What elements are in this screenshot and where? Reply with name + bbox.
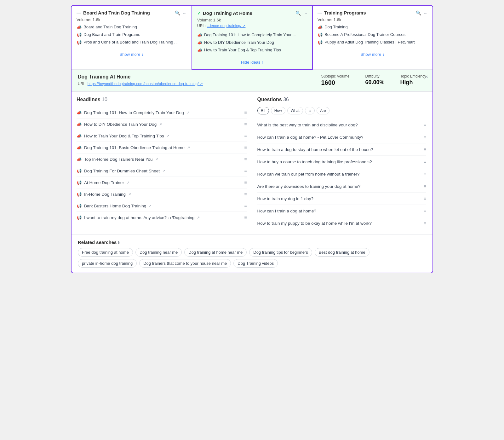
ext-link-h-1[interactable]: ↗ — [159, 122, 162, 126]
card-item-text-3-2: Puppy and Adult Dog Training Classes | P… — [324, 40, 415, 44]
question-item-6: How to train my dog in 1 day? ≡ — [257, 193, 427, 205]
menu-icon-h-9[interactable]: ≡ — [244, 215, 247, 220]
filter-is[interactable]: Is — [305, 107, 315, 114]
card-item-2-2: 📣 How to Train Your Dog & Top Training T… — [197, 46, 307, 54]
search-icon-3[interactable]: 🔍 — [416, 10, 421, 15]
megaphone-h-9: 📢 — [77, 215, 82, 220]
headline-text-9: I want to train my dog at home. Any advi… — [84, 215, 194, 220]
headline-left-1: 📣 How to DIY Obedience Train Your Dog ↗ — [77, 122, 162, 127]
more-icon-3[interactable]: ··· — [424, 10, 427, 15]
more-icon-1[interactable]: ··· — [183, 10, 186, 15]
tag-3[interactable]: Dog training tips for beginners — [249, 248, 312, 257]
ext-link-h-3[interactable]: ↗ — [187, 146, 190, 150]
card-title-3: — Training Programs — [318, 10, 366, 15]
headline-text-4: Top In-Home Dog Trainers Near You — [84, 157, 153, 162]
stat-efficiency-label: Topic Efficiency — [400, 74, 426, 78]
megaphone-h-2: 📣 — [77, 134, 82, 138]
menu-icon-h-0[interactable]: ≡ — [244, 110, 247, 115]
menu-icon-q-5[interactable]: ≡ — [424, 184, 426, 189]
menu-icon-q-0[interactable]: ≡ — [424, 122, 426, 127]
headline-left-5: 📢 Dog Training For Dummies Cheat Sheet ↗ — [77, 169, 165, 173]
search-icon-1[interactable]: 🔍 — [175, 10, 180, 15]
tag-0[interactable]: Free dog training at home — [78, 248, 133, 257]
dash-icon-3: — — [318, 10, 322, 15]
megaphone-h-3: 📣 — [77, 145, 82, 150]
menu-icon-q-2[interactable]: ≡ — [424, 147, 426, 152]
card-footer-link-3[interactable]: Show more ↓ — [361, 52, 385, 57]
card-item-text-1-1: Dog Board and Train Programs — [83, 32, 140, 37]
card-title-1: — Board And Train Dog Training — [77, 10, 150, 15]
more-icon-2[interactable]: ··· — [303, 11, 307, 16]
filter-all[interactable]: All — [257, 107, 269, 114]
menu-icon-q-6[interactable]: ≡ — [424, 196, 426, 201]
menu-icon-h-4[interactable]: ≡ — [244, 157, 247, 162]
menu-icon-q-1[interactable]: ≡ — [424, 135, 426, 140]
menu-icon-h-1[interactable]: ≡ — [244, 122, 247, 127]
card-item-1-1: 📢 Dog Board and Train Programs — [77, 31, 186, 38]
ext-link-h-7[interactable]: ↗ — [128, 192, 131, 196]
ext-link-h-9[interactable]: ↗ — [197, 216, 200, 220]
card-footer-2[interactable]: Hide ideas ↑ — [197, 57, 307, 65]
headlines-title: Headlines 10 — [77, 97, 247, 102]
tag-6[interactable]: Dog trainers that come to your house nea… — [139, 259, 231, 268]
tag-1[interactable]: Dog training near me — [135, 248, 182, 257]
ext-link-h-6[interactable]: ↗ — [127, 181, 129, 185]
megaphone-h-7: 📢 — [77, 192, 82, 197]
questions-scroll[interactable]: What is the best way to train and discip… — [257, 119, 428, 229]
card-header-1: — Board And Train Dog Training 🔍 ··· — [77, 10, 186, 15]
card-footer-link-2[interactable]: Hide ideas ↑ — [241, 60, 264, 65]
menu-icon-h-6[interactable]: ≡ — [244, 180, 247, 185]
filter-what[interactable]: What — [287, 107, 303, 114]
tag-7[interactable]: Dog Training videos — [233, 259, 278, 268]
card-footer-1[interactable]: Show more ↓ — [77, 49, 186, 57]
megaphone-icon-3-1: 📢 — [318, 32, 323, 37]
menu-icon-h-2[interactable]: ≡ — [244, 133, 247, 138]
ext-link-h-5[interactable]: ↗ — [162, 169, 165, 173]
menu-icon-q-8[interactable]: ≡ — [424, 221, 426, 226]
headline-left-4: 📣 Top In-Home Dog Trainers Near You ↗ — [77, 157, 158, 162]
card-url-link-2[interactable]: ...ience-dog-training/ ↗ — [207, 24, 246, 28]
card-footer-3[interactable]: Show more ↓ — [318, 49, 427, 57]
tag-2[interactable]: Dog training at home near me — [184, 248, 247, 257]
search-icon-2[interactable]: 🔍 — [295, 11, 301, 16]
menu-icon-h-7[interactable]: ≡ — [244, 192, 247, 197]
megaphone-icon-3-0: 📣 — [318, 25, 323, 30]
ext-link-h-4[interactable]: ↗ — [155, 157, 158, 161]
question-text-2: How to train a dog to stay at home when … — [257, 147, 373, 152]
question-item-2: How to train a dog to stay at home when … — [257, 143, 427, 156]
card-icons-1: 🔍 ··· — [175, 10, 186, 15]
card-footer-link-1[interactable]: Show more ↓ — [120, 52, 144, 57]
menu-icon-q-7[interactable]: ≡ — [424, 208, 426, 213]
menu-icon-q-3[interactable]: ≡ — [424, 159, 426, 164]
filter-how[interactable]: How — [271, 107, 285, 114]
detail-url-link[interactable]: https://beyondthedogtraining.com/houston… — [88, 82, 203, 86]
ext-link-h-0[interactable]: ↗ — [186, 111, 189, 115]
tag-4[interactable]: Best dog training at home — [315, 248, 369, 257]
card-item-1-2: 📢 Pros and Cons of a Board and Train Dog… — [77, 38, 186, 46]
card-item-text-3-1: Become A Professional Dog Trainer Course… — [324, 32, 405, 37]
menu-icon-h-8[interactable]: ≡ — [244, 203, 247, 208]
card-title-text-1: Board And Train Dog Training — [83, 10, 150, 15]
ext-link-h-2[interactable]: ↗ — [166, 134, 169, 138]
headline-left-2: 📣 How to Train Your Dog & Top Training T… — [77, 134, 169, 138]
menu-icon-q-4[interactable]: ≡ — [424, 171, 426, 177]
question-item-8: How to train my puppy to be okay at home… — [257, 217, 427, 229]
question-item-7: How can I train a dog at home? ≡ — [257, 205, 427, 217]
menu-icon-h-5[interactable]: ≡ — [244, 168, 247, 173]
tag-5[interactable]: private in-home dog training — [78, 259, 137, 268]
questions-title: Questions 36 — [257, 97, 428, 102]
card-training-programs: — Training Programs 🔍 ··· Volume: 1.6k 📣… — [312, 6, 432, 69]
headline-text-8: Bark Busters Home Dog Training — [84, 204, 146, 208]
filter-are[interactable]: Are — [317, 107, 329, 114]
question-item-3: How to buy a course to teach dog trainin… — [257, 156, 427, 168]
headline-item-7: 📢 In-Home Dog Training ↗ ≡ — [77, 188, 247, 200]
card-title-text-3: Training Programs — [324, 10, 366, 15]
card-title-2: ✓ Dog Training At Home — [197, 10, 252, 16]
card-icons-2: 🔍 ··· — [295, 11, 307, 16]
stat-subtopic-volume: Subtopic Volume 1600 — [321, 74, 349, 86]
ext-link-h-8[interactable]: ↗ — [149, 204, 152, 208]
stat-difficulty-label: Difficulty — [365, 74, 384, 78]
menu-icon-h-3[interactable]: ≡ — [244, 145, 247, 150]
close-button[interactable]: × — [425, 74, 428, 80]
headline-left-0: 📣 Dog Training 101: How to Completely Tr… — [77, 110, 189, 115]
